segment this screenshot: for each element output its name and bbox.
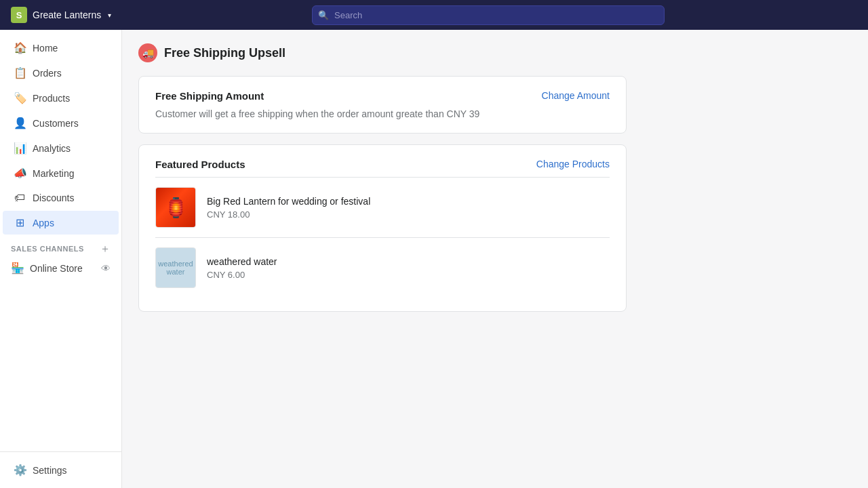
sidebar-item-label: Products xyxy=(33,93,70,104)
sidebar-item-label: Marketing xyxy=(33,168,74,179)
customers-icon: 👤 xyxy=(14,117,26,129)
product-info: weathered water CNY 6.00 xyxy=(207,256,610,280)
sidebar-item-settings[interactable]: ⚙️ Settings xyxy=(3,458,119,482)
search-input[interactable] xyxy=(312,5,665,25)
sidebar-item-label: Settings xyxy=(33,465,67,476)
store-icon: S xyxy=(11,7,27,23)
featured-products-title: Featured Products xyxy=(155,159,245,170)
sales-channels-header: SALES CHANNELS ＋ xyxy=(0,235,121,257)
marketing-icon: 📣 xyxy=(14,167,26,180)
search-icon: 🔍 xyxy=(318,10,329,20)
free-shipping-card-header: Free Shipping Amount Change Amount xyxy=(155,90,610,102)
featured-products-card: Featured Products Change Products 🏮 Big … xyxy=(138,144,627,312)
analytics-icon: 📊 xyxy=(14,142,26,155)
sidebar-item-analytics[interactable]: 📊 Analytics xyxy=(3,136,119,160)
top-nav: S Greate Lanterns ▾ 🔍 xyxy=(0,0,868,30)
sidebar-item-online-store[interactable]: 🏪 Online Store 👁 xyxy=(0,257,121,279)
sidebar-item-label: Discounts xyxy=(33,192,74,203)
product-item: weathered water weathered water CNY 6.00 xyxy=(155,237,610,298)
change-amount-link[interactable]: Change Amount xyxy=(542,90,610,101)
app-icon: 🚚 xyxy=(138,43,157,62)
page-header: 🚚 Free Shipping Upsell xyxy=(138,43,852,62)
free-shipping-card: Free Shipping Amount Change Amount Custo… xyxy=(138,76,627,134)
sidebar-item-label: Customers xyxy=(33,118,79,129)
sidebar: 🏠 Home 📋 Orders 🏷️ Products 👤 Customers … xyxy=(0,30,122,488)
store-badge[interactable]: S Greate Lanterns ▾ xyxy=(11,7,111,23)
free-shipping-title: Free Shipping Amount xyxy=(155,90,264,102)
settings-icon: ⚙️ xyxy=(14,464,26,476)
sidebar-item-label: Apps xyxy=(33,218,54,228)
sidebar-item-home[interactable]: 🏠 Home xyxy=(3,36,119,60)
sidebar-item-apps[interactable]: ⊞ Apps xyxy=(3,211,119,235)
discounts-icon: 🏷 xyxy=(14,192,26,204)
sidebar-item-label: Analytics xyxy=(33,143,71,154)
home-icon: 🏠 xyxy=(14,41,26,54)
product-thumbnail: 🏮 xyxy=(155,187,196,228)
sidebar-item-orders[interactable]: 📋 Orders xyxy=(3,61,119,85)
eye-icon[interactable]: 👁 xyxy=(101,263,111,274)
product-info: Big Red Lantern for wedding or festival … xyxy=(207,196,610,220)
sidebar-item-marketing[interactable]: 📣 Marketing xyxy=(3,161,119,185)
change-products-link[interactable]: Change Products xyxy=(536,159,610,169)
featured-products-card-header: Featured Products Change Products xyxy=(155,159,610,170)
product-name: weathered water xyxy=(207,256,610,267)
sidebar-item-discounts[interactable]: 🏷 Discounts xyxy=(3,186,119,209)
add-sales-channel-button[interactable]: ＋ xyxy=(100,243,111,254)
layout: 🏠 Home 📋 Orders 🏷️ Products 👤 Customers … xyxy=(0,30,868,488)
main-content: 🚚 Free Shipping Upsell Free Shipping Amo… xyxy=(122,30,868,488)
sidebar-footer: ⚙️ Settings xyxy=(0,451,121,483)
sidebar-item-label: Home xyxy=(33,43,58,54)
online-store-icon: 🏪 xyxy=(11,262,23,274)
orders-icon: 📋 xyxy=(14,66,26,79)
product-thumbnail: weathered water xyxy=(155,247,196,288)
free-shipping-description: Customer will get a free shipping when t… xyxy=(155,108,610,119)
product-name: Big Red Lantern for wedding or festival xyxy=(207,196,610,207)
store-name: Greate Lanterns xyxy=(33,9,101,20)
products-icon: 🏷️ xyxy=(14,92,26,104)
search-bar: 🔍 xyxy=(312,5,665,25)
sidebar-item-customers[interactable]: 👤 Customers xyxy=(3,111,119,135)
chevron-down-icon: ▾ xyxy=(108,12,111,19)
sidebar-item-label: Online Store xyxy=(30,263,83,274)
water-thumbnail-image: weathered water xyxy=(156,248,195,287)
sidebar-item-products[interactable]: 🏷️ Products xyxy=(3,86,119,110)
lantern-thumbnail-image: 🏮 xyxy=(156,188,195,227)
page-title: Free Shipping Upsell xyxy=(164,46,285,60)
apps-icon: ⊞ xyxy=(14,216,26,229)
product-price: CNY 6.00 xyxy=(207,270,610,280)
product-price: CNY 18.00 xyxy=(207,209,610,220)
product-item: 🏮 Big Red Lantern for wedding or festiva… xyxy=(155,177,610,237)
sidebar-item-label: Orders xyxy=(33,68,62,79)
